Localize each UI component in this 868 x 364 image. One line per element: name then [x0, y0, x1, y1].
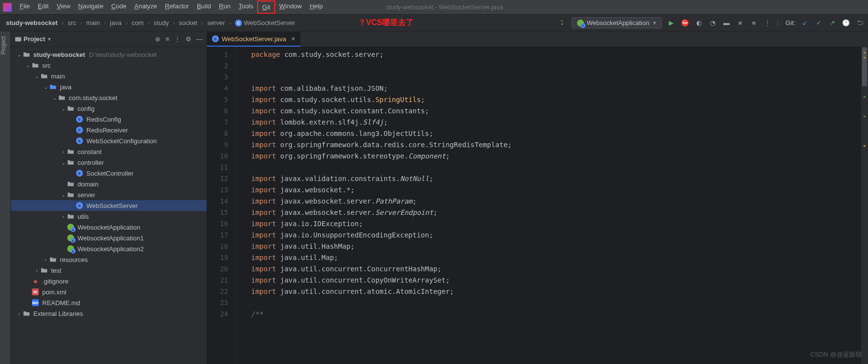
tree-arrow-icon[interactable]: › [60, 149, 67, 155]
more-icon[interactable]: ⋮ [763, 19, 772, 27]
menu-build[interactable]: Build [193, 0, 215, 14]
breadcrumb-crumb[interactable]: src [66, 18, 78, 27]
hide-icon[interactable]: — [196, 35, 203, 43]
code-line[interactable]: import com.alibaba.fastjson.JSON; [251, 83, 861, 94]
code-line[interactable]: import java.util.concurrent.ConcurrentHa… [251, 263, 861, 275]
tree-item[interactable]: cSocketController [11, 168, 207, 179]
code-line[interactable] [251, 72, 861, 83]
history-icon[interactable]: 🕐 [842, 19, 850, 27]
tree-item[interactable]: cRedisConfig [11, 114, 207, 125]
tree-item[interactable]: MDREADME.md [11, 297, 207, 308]
code-line[interactable]: import javax.websocket.*; [251, 184, 861, 196]
tree-item[interactable]: ›constant [11, 146, 207, 157]
menu-analyze[interactable]: Analyze [131, 0, 161, 14]
code-line[interactable]: import java.io.UnsupportedEncodingExcept… [251, 230, 861, 241]
git-push-icon[interactable]: ↗ [828, 19, 837, 27]
git-update-icon[interactable]: ↙ [800, 19, 809, 27]
menu-view[interactable]: View [53, 0, 74, 14]
menu-refactor[interactable]: Refactor [161, 0, 193, 14]
git-commit-icon[interactable]: ✓ [814, 19, 823, 27]
tree-item[interactable]: ⌄main [11, 71, 207, 81]
tree-item[interactable]: cWebSocketConfiguration [11, 135, 207, 146]
tree-item[interactable]: ⌄server [11, 189, 207, 200]
breadcrumb-crumb[interactable]: study [152, 18, 171, 27]
collapse-all-icon[interactable]: ⋮ [174, 35, 181, 43]
tree-item[interactable]: WebsocketApplication1 [11, 233, 207, 243]
tree-arrow-icon[interactable]: ⌄ [51, 95, 58, 101]
select-opened-icon[interactable]: ⊕ [155, 35, 160, 43]
code-line[interactable]: import org.apache.commons.lang3.ObjectUt… [251, 128, 861, 139]
project-tree[interactable]: ⌄study-websocketD:\test\study-websocket⌄… [11, 47, 207, 364]
breadcrumb-crumb[interactable]: cWebSocketServer [233, 18, 297, 27]
tree-item[interactable]: mpom.xml [11, 286, 207, 297]
editor-tab-active[interactable]: c WebSocketServer.java ✕ [207, 32, 300, 47]
tree-item[interactable]: ⌄java [11, 81, 207, 92]
menu-file[interactable]: File [16, 0, 34, 14]
close-icon[interactable]: ✕ [291, 36, 295, 42]
tree-root[interactable]: ⌄study-websocketD:\test\study-websocket [11, 49, 207, 60]
tree-item[interactable]: ›test [11, 265, 207, 276]
code-line[interactable] [251, 162, 861, 173]
menu-help[interactable]: Help [306, 0, 327, 14]
tree-arrow-icon[interactable]: ⌄ [42, 84, 49, 90]
editor-scrollbar[interactable] [861, 47, 868, 364]
settings-icon[interactable]: ⚙ [185, 35, 191, 43]
tree-arrow-icon[interactable]: ⌄ [25, 63, 31, 68]
tree-item[interactable]: ⌄config [11, 103, 207, 114]
project-panel-title[interactable]: Project ▼ [15, 35, 52, 43]
project-tool-tab[interactable]: Project [0, 36, 10, 54]
profile-icon[interactable]: ◔ [708, 19, 717, 27]
debug-icon[interactable]: ⛔ [681, 19, 689, 27]
tree-arrow-icon[interactable]: › [60, 214, 67, 219]
breadcrumb-crumb[interactable]: com [130, 18, 146, 27]
expand-all-icon[interactable]: ≡ [165, 35, 169, 43]
menu-git[interactable]: Git [257, 0, 275, 14]
code-line[interactable] [251, 297, 861, 309]
run-icon[interactable]: ▶ [667, 19, 676, 27]
tree-item[interactable]: ⌄src [11, 60, 207, 71]
code-line[interactable]: import javax.validation.constraints.NotN… [251, 173, 861, 184]
menu-tools[interactable]: Tools [235, 0, 257, 14]
code-line[interactable]: import org.springframework.data.redis.co… [251, 139, 861, 151]
code-line[interactable]: /** [251, 309, 861, 320]
breadcrumb-crumb[interactable]: study-websocket [4, 18, 59, 27]
run-coverage-icon[interactable]: ◐ [694, 19, 703, 27]
tree-item[interactable]: ›utils [11, 211, 207, 222]
tree-item[interactable]: domain [11, 179, 207, 189]
stop-icon[interactable]: ■ [736, 19, 744, 27]
code-line[interactable]: import java.util.concurrent.atomic.Atomi… [251, 286, 861, 297]
tree-item[interactable]: ⌄com.study.socket [11, 92, 207, 103]
tree-arrow-icon[interactable]: ⌄ [60, 192, 67, 198]
code-line[interactable]: import java.util.Map; [251, 252, 861, 263]
tree-item[interactable]: cRedisReceiver [11, 125, 207, 135]
editor-content[interactable]: 123456789101112131415161718192021222324 … [207, 47, 868, 364]
code-line[interactable]: package com.study.socket.server; [251, 49, 861, 60]
build-hammer-icon[interactable]: ⤵ [558, 19, 567, 27]
tree-item[interactable]: ⌄controller [11, 157, 207, 168]
tree-item[interactable]: WebsocketApplication [11, 222, 207, 233]
code-area[interactable]: package com.study.socket.server;import c… [237, 47, 861, 364]
breadcrumb-crumb[interactable]: java [108, 18, 124, 27]
code-line[interactable] [251, 60, 861, 72]
tree-item[interactable]: ›resources [11, 254, 207, 265]
code-line[interactable]: import java.util.HashMap; [251, 241, 861, 252]
menu-run[interactable]: Run [215, 0, 235, 14]
menu-code[interactable]: Code [107, 0, 131, 14]
menu-edit[interactable]: Edit [34, 0, 53, 14]
rollback-icon[interactable]: ⮌ [855, 19, 864, 27]
attach-icon[interactable]: ▬ [722, 19, 731, 27]
tree-item[interactable]: WebsocketApplication2 [11, 243, 207, 254]
tree-arrow-icon[interactable]: ⌄ [33, 74, 40, 79]
tree-item[interactable]: ◆.gitignore [11, 276, 207, 286]
run-config-selector[interactable]: WebsocketApplication ▼ [572, 17, 662, 28]
code-line[interactable]: import com.study.socket.utils.SpringUtil… [251, 94, 861, 105]
code-line[interactable]: import com.study.socket.constant.Constan… [251, 105, 861, 117]
tree-item[interactable]: cWebSocketServer [11, 200, 207, 211]
code-line[interactable]: import org.springframework.stereotype.Co… [251, 151, 861, 162]
tree-arrow-icon[interactable]: › [42, 257, 49, 262]
code-line[interactable]: import java.io.IOException; [251, 218, 861, 230]
breadcrumb-crumb[interactable]: main [84, 18, 102, 27]
tree-arrow-icon[interactable]: ⌄ [60, 106, 67, 111]
stop2-icon[interactable]: ■ [749, 19, 758, 27]
code-line[interactable]: import lombok.extern.slf4j.Slf4j; [251, 117, 861, 128]
